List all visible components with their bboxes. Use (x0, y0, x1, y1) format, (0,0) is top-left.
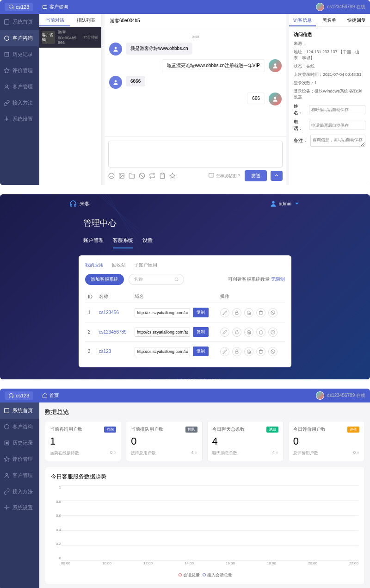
svg-point-28 (175, 278, 178, 281)
sidebar-item[interactable]: 历史记录 (0, 435, 39, 451)
sidebar-item[interactable]: 客户管理 (0, 79, 39, 95)
send-dropdown[interactable] (271, 171, 283, 181)
service-name-link[interactable]: cs123456 (99, 310, 119, 315)
message-avatar-icon (269, 59, 282, 72)
block-icon[interactable] (139, 173, 145, 179)
svg-rect-39 (248, 352, 250, 353)
row-action-button[interactable] (244, 328, 253, 337)
row-action-button[interactable] (220, 328, 229, 337)
copy-button[interactable]: 复制 (193, 327, 209, 337)
svg-line-17 (140, 174, 144, 178)
stat-card: 今日评价用户数评价0总评价用户数0 ○ (288, 421, 364, 461)
tab-quick-reply[interactable]: 快捷回复 (343, 14, 370, 26)
chevron-down-icon (293, 200, 301, 207)
sidebar-icon (4, 424, 10, 430)
phone-input[interactable] (309, 121, 365, 130)
sidebar-icon (4, 100, 10, 106)
row-action-button[interactable] (268, 347, 278, 356)
svg-rect-3 (5, 52, 9, 56)
chat-panel: 游客60e004b5 0:40 我是游客你好www.ohbbs.cn吆蓝漂亮论坛… (105, 14, 286, 185)
current-user[interactable]: cs123456789 在线 (316, 3, 365, 11)
row-action-button[interactable] (256, 328, 265, 337)
remark-input[interactable] (310, 135, 365, 147)
logo: cs123 (5, 3, 33, 11)
current-user[interactable]: cs123456789 在线 (316, 391, 365, 400)
row-action-button[interactable] (232, 308, 241, 317)
transfer-icon[interactable] (149, 173, 155, 179)
conversation-item[interactable]: 客户咨询 游客60e004b5 666 15分钟前 (39, 27, 101, 48)
table-row: 1cs123456复制 (85, 303, 285, 322)
svg-rect-0 (43, 6, 47, 9)
svg-point-11 (115, 80, 117, 82)
user-icon (270, 200, 277, 207)
row-action-button[interactable] (256, 308, 265, 317)
row-action-button[interactable] (256, 347, 265, 356)
domain-input[interactable] (135, 328, 190, 337)
message-bubble: 我是游客你好www.ohbbs.cn (126, 43, 192, 55)
sidebar-item[interactable]: 客户咨询 (0, 30, 39, 46)
svg-rect-31 (248, 313, 250, 314)
copy-button[interactable]: 复制 (193, 308, 209, 317)
svg-marker-27 (295, 203, 299, 204)
sidebar-item[interactable]: 评价管理 (0, 62, 39, 79)
svg-point-13 (109, 173, 114, 179)
sidebar-icon (4, 456, 10, 462)
sidebar-item[interactable]: 接入方法 (0, 483, 39, 500)
row-action-button[interactable] (232, 328, 241, 337)
sidebar-item[interactable]: 系统设置 (0, 500, 39, 516)
domain-input[interactable] (135, 308, 190, 317)
name-input[interactable] (309, 105, 365, 114)
tab-current-chat[interactable]: 当前对话 (39, 14, 70, 26)
svg-rect-18 (161, 173, 164, 174)
stat-badge: 排队 (185, 427, 197, 433)
sidebar-item[interactable]: 系统首页 (0, 402, 39, 419)
svg-point-43 (5, 425, 9, 429)
star-icon[interactable] (169, 173, 176, 179)
nav-settings[interactable]: 设置 (142, 233, 153, 248)
visitor-last-msg: 666 (58, 40, 80, 45)
user-avatar-icon (316, 391, 324, 400)
row-action-button[interactable] (244, 347, 253, 356)
sidebar-icon (4, 116, 10, 122)
tab-visitor-info[interactable]: 访客信息 (289, 14, 316, 26)
sidebar-item[interactable]: 系统设置 (0, 111, 39, 127)
add-service-button[interactable]: 添加客服系统 (85, 274, 124, 285)
table-row: 2cs123456789复制 (85, 322, 285, 342)
tab-queue[interactable]: 排队列表 (70, 14, 101, 26)
sidebar-item[interactable]: 系统首页 (0, 14, 39, 30)
sidebar-item[interactable]: 评价管理 (0, 451, 39, 467)
search-input[interactable]: 名称 (129, 274, 184, 285)
legend-dot-icon (203, 573, 206, 576)
sidebar-item[interactable]: 客户管理 (0, 467, 39, 483)
user-menu[interactable]: admin (270, 200, 301, 207)
row-action-button[interactable] (232, 347, 241, 356)
row-action-button[interactable] (268, 328, 278, 337)
page-title: 客户咨询 (42, 4, 68, 10)
tab-blacklist[interactable]: 黑名单 (316, 14, 343, 26)
image-icon[interactable] (118, 173, 125, 179)
svg-point-10 (274, 63, 277, 66)
logo: cs123 (5, 391, 33, 400)
emoji-icon[interactable] (108, 173, 115, 179)
copy-button[interactable]: 复制 (193, 347, 209, 356)
svg-rect-34 (235, 332, 238, 334)
service-name-link[interactable]: cs123456789 (99, 329, 127, 334)
row-action-button[interactable] (220, 308, 229, 317)
row-action-button[interactable] (244, 308, 253, 317)
message-input[interactable] (108, 141, 283, 167)
folder-icon[interactable] (129, 173, 135, 179)
domain-input[interactable] (135, 347, 190, 356)
clipboard-icon[interactable] (159, 173, 166, 179)
send-button[interactable]: 发送 (245, 170, 267, 181)
row-action-button[interactable] (268, 308, 278, 317)
sidebar-item[interactable]: 历史记录 (0, 46, 39, 62)
row-action-button[interactable] (220, 347, 229, 356)
sidebar-icon (4, 84, 10, 90)
stat-number: 4 (212, 435, 278, 447)
sidebar-item[interactable]: 接入方法 (0, 95, 39, 111)
svg-line-37 (271, 331, 274, 334)
stat-badge: 评价 (347, 427, 359, 433)
service-table: ID名称域名操作 1cs123456复制2cs123456789复制3cs123… (85, 291, 285, 361)
sidebar-item[interactable]: 客户咨询 (0, 419, 39, 435)
service-name-link[interactable]: cs123 (99, 349, 111, 354)
